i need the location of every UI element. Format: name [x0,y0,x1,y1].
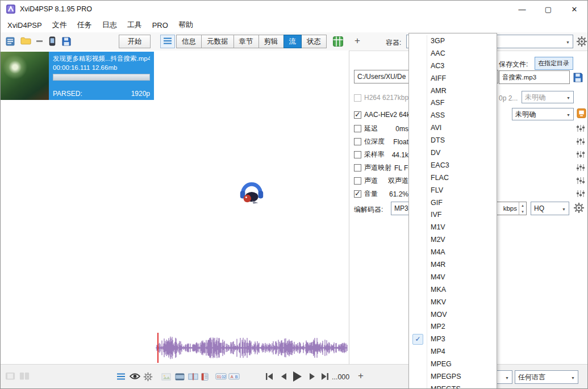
format-menu-option[interactable]: DV [409,147,497,159]
format-menu-option[interactable]: M1V [409,221,497,233]
play-button[interactable] [291,370,303,383]
playhead-cursor[interactable] [157,333,159,363]
panel-tab[interactable]: 章节 [233,35,259,48]
close-button[interactable]: ✕ [561,1,587,18]
format-menu-option[interactable]: MPEGPS [409,370,497,383]
filter-slider-icon[interactable] [576,123,586,133]
format-menu-option[interactable]: GIF [409,196,497,209]
spinner-arrows-icon[interactable]: ▲▼ [519,202,526,215]
script-list-icon[interactable] [116,373,126,380]
trim-start-marker-icon[interactable]: 0102 [215,373,227,381]
format-menu-option[interactable]: MPEG [409,358,497,370]
format-menu-option[interactable]: ASF [409,97,497,109]
audio-option-row[interactable]: 延迟 0ms [354,122,408,135]
save-as-icon[interactable] [573,72,583,85]
next-frame-button[interactable] [308,372,317,381]
minimize-button[interactable]: — [509,1,535,18]
format-menu-option[interactable]: MOV [409,308,497,321]
format-menu-option[interactable]: ASS [409,109,497,122]
next-clip-button[interactable] [320,372,330,381]
previous-frame-button[interactable] [279,372,288,381]
save-task-icon[interactable] [61,36,72,47]
audio-option-row[interactable]: 声道 双声道 [354,174,408,187]
panel-tab[interactable]: 流 [283,35,302,48]
option-checkbox[interactable] [354,164,361,172]
snapshot-image-icon[interactable] [161,373,171,380]
container-settings-gear-icon[interactable] [576,36,587,47]
audio-track-row[interactable]: AAC-HEv2 64k [354,108,408,121]
quality-combobox[interactable]: HQ [531,202,569,215]
format-menu-option[interactable]: AIFF [409,72,497,85]
clip-paste-icon[interactable] [19,372,30,380]
format-menu-option[interactable]: MPEGTS [409,383,497,389]
format-menu-option[interactable]: M4R [409,258,497,271]
format-menu-option[interactable]: AVI [409,122,497,134]
panel-tab[interactable]: 信息 [176,35,202,48]
video-track-checkbox[interactable] [354,94,361,102]
menu-item[interactable]: 任务 [72,18,97,32]
preview-eye-icon[interactable] [130,373,140,380]
audio-option-row[interactable]: 位深度 Float [354,135,408,148]
metadata-grid-icon[interactable] [332,36,344,47]
menu-item[interactable]: 帮助 [173,18,198,32]
start-encoding-button[interactable]: 开始 [119,35,151,48]
previous-clip-button[interactable] [265,372,274,381]
format-menu-option[interactable]: MP3 [409,333,497,345]
video-track-row[interactable]: H264 6217kbp [354,91,408,104]
audio-option-row[interactable]: 音量 61.2% [354,187,408,200]
filter-slider-icon[interactable] [576,149,586,160]
format-menu-option[interactable]: AAC [409,47,497,60]
format-menu-option[interactable]: MP2 [409,320,497,333]
output-filename-input[interactable]: 音搜索.mp3 [499,70,570,84]
option-checkbox[interactable] [354,177,361,185]
format-menu-option[interactable]: M2V [409,233,497,246]
trim-end-marker-icon[interactable]: AB [228,373,240,381]
audio-param-combobox[interactable]: 未明确 [512,108,574,120]
menu-item[interactable]: XviD4PSP [2,19,47,32]
chapters-book-icon[interactable] [201,373,209,381]
filter-slider-icon[interactable] [576,189,586,199]
zoom-plus-icon[interactable]: + [358,370,364,382]
add-task-icon[interactable] [5,36,15,47]
format-menu-option[interactable]: IVF [409,208,497,221]
preview-settings-gear-icon[interactable] [143,372,153,382]
audio-option-row[interactable]: 声道映射 FL FR [354,161,408,174]
device-icon[interactable] [49,36,56,46]
split-clip-icon[interactable] [188,373,198,380]
maximize-button[interactable]: ▢ [535,1,561,18]
queue-list-toggle[interactable] [160,35,175,48]
audio-option-row[interactable]: 采样率 44.1k [354,148,408,161]
option-checkbox[interactable] [354,190,361,198]
remove-task-icon[interactable] [36,40,43,42]
filter-slider-icon[interactable] [576,162,586,173]
menu-item[interactable]: 文件 [47,18,72,32]
menu-item[interactable]: PRO [147,19,173,32]
format-menu-option[interactable]: EAC3 [409,159,497,172]
format-menu-option[interactable]: AC3 [409,60,497,72]
format-menu-option[interactable]: DTS [409,134,497,147]
open-folder-icon[interactable] [20,36,31,45]
option-checkbox[interactable] [354,151,361,158]
panel-tab[interactable]: 元数据 [201,35,234,48]
format-menu-option[interactable]: MKA [409,283,497,296]
clip-copy-icon[interactable] [5,372,15,380]
audio-track-checkbox[interactable] [354,111,361,119]
format-menu-option[interactable]: MKV [409,296,497,308]
format-menu-option[interactable]: 3GP [409,35,497,47]
codec-settings-gear-icon[interactable] [573,202,585,216]
language-combobox[interactable]: 任何语言 [515,370,578,384]
audio-waveform[interactable] [155,333,349,363]
video-preview-area[interactable] [154,51,349,333]
filter-slider-icon[interactable] [576,175,586,186]
save-mode-combobox[interactable]: 在指定目录 [535,57,573,70]
format-menu-option[interactable]: M4A [409,246,497,258]
format-menu-option[interactable]: FLV [409,184,497,196]
audio-tool-icon[interactable] [577,108,586,121]
format-menu-option[interactable]: FLAC [409,172,497,184]
menu-item[interactable]: 日志 [97,18,122,32]
filter-slider-icon[interactable] [576,136,586,147]
format-menu-option[interactable]: AMR [409,85,497,97]
task-list-item[interactable]: 发现更多精彩视频...抖音搜索.mp4 00:00:16.111 12.66mb… [1,52,154,100]
filmstrip-icon[interactable] [175,373,185,381]
option-checkbox[interactable] [354,138,361,145]
